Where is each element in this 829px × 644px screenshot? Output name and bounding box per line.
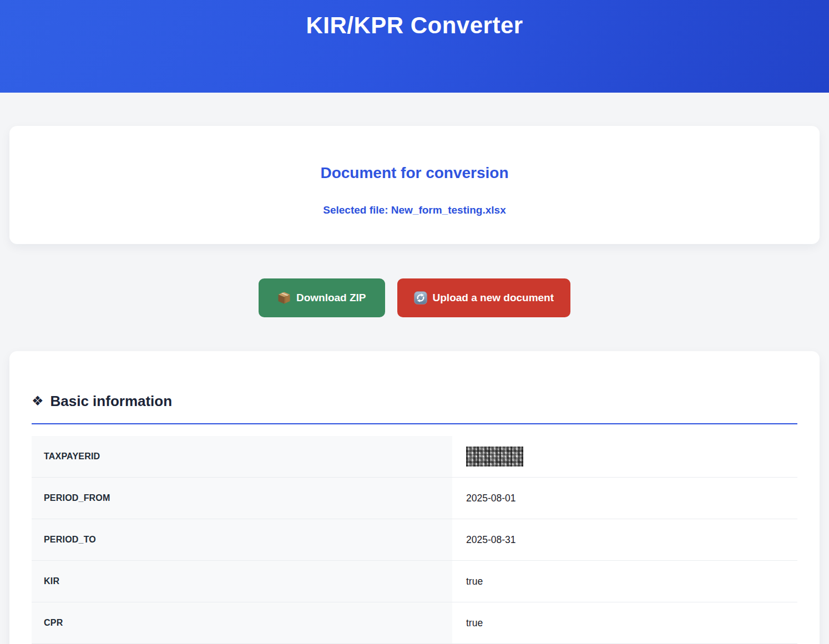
- basic-information-heading: ❖ Basic information: [32, 391, 797, 411]
- document-card: Document for conversion Selected file: N…: [9, 126, 820, 244]
- table-row-period-from: PERIOD_FROM 2025-08-01: [32, 478, 797, 519]
- redacted-taxpayer-id-value: [466, 447, 523, 466]
- selected-file-label: Selected file:: [323, 204, 388, 216]
- app-header: KIR/KPR Converter: [0, 0, 829, 93]
- row-value: true: [452, 561, 797, 602]
- diamond-icon: ❖: [32, 391, 44, 411]
- row-key: PERIOD_FROM: [32, 478, 452, 519]
- refresh-icon: [414, 291, 427, 305]
- action-buttons-row: Download ZIP: [0, 278, 829, 317]
- row-key: PERIOD_TO: [32, 519, 452, 560]
- row-key: KIR: [32, 561, 452, 602]
- basic-information-card: ❖ Basic information TAXPAYERID PERIOD_FR…: [9, 351, 820, 644]
- row-key: TAXPAYERID: [32, 436, 452, 477]
- row-value: 2025-08-01: [452, 478, 797, 519]
- table-row-kir: KIR true: [32, 561, 797, 602]
- row-value: true: [452, 602, 797, 643]
- download-zip-label: Download ZIP: [296, 292, 366, 304]
- upload-new-document-label: Upload a new document: [433, 292, 554, 304]
- app-title: KIR/KPR Converter: [306, 9, 523, 42]
- document-card-title: Document for conversion: [320, 164, 508, 182]
- package-icon: [277, 291, 291, 305]
- upload-new-document-button[interactable]: Upload a new document: [397, 278, 571, 317]
- download-zip-button[interactable]: Download ZIP: [259, 278, 385, 317]
- basic-information-title: Basic information: [50, 391, 173, 411]
- selected-file-line: Selected file: New_form_testing.xlsx: [323, 204, 506, 216]
- basic-information-table: TAXPAYERID PERIOD_FROM 2025-08-01 PERIOD…: [32, 436, 797, 644]
- row-value: [452, 436, 797, 477]
- heading-divider: [32, 423, 797, 424]
- main-content: Document for conversion Selected file: N…: [0, 126, 829, 644]
- table-row-period-to: PERIOD_TO 2025-08-31: [32, 519, 797, 561]
- table-row-cpr: CPR true: [32, 602, 797, 644]
- row-key: CPR: [32, 602, 452, 643]
- row-value: 2025-08-31: [452, 519, 797, 560]
- table-row-taxpayerid: TAXPAYERID: [32, 436, 797, 478]
- selected-file-name: New_form_testing.xlsx: [391, 204, 506, 216]
